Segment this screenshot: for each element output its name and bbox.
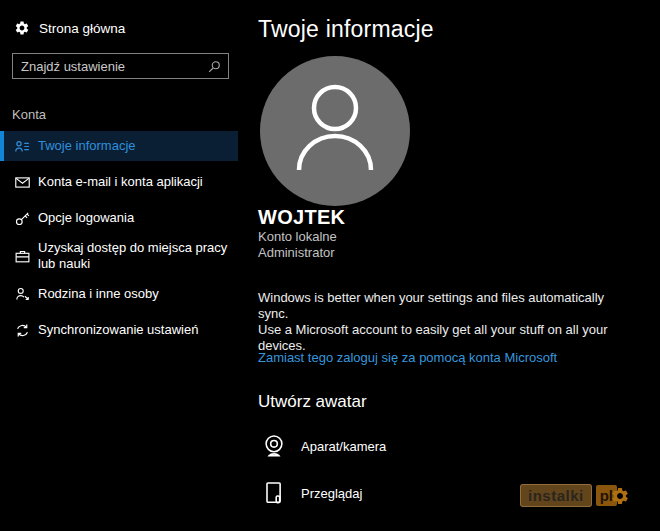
settings-sidebar: Strona główna Konta Twoje informacje [0, 0, 238, 531]
envelope-icon [14, 174, 31, 191]
sidebar-item-opcje-logowania[interactable]: Opcje logowania [0, 203, 238, 233]
sidebar-item-twoje-informacje[interactable]: Twoje informacje [0, 131, 238, 161]
person-add-icon [14, 286, 31, 303]
camera-option[interactable]: Aparat/kamera [260, 432, 386, 460]
search-icon[interactable] [207, 59, 222, 74]
sidebar-item-synchronizowanie[interactable]: Synchronizowanie ustawień [0, 315, 238, 345]
sidebar-item-rodzina[interactable]: Rodzina i inne osoby [0, 279, 238, 309]
account-type: Konto lokalne [258, 229, 337, 244]
search-input[interactable] [13, 59, 207, 74]
browse-file-icon [260, 479, 288, 507]
webcam-icon [260, 432, 288, 460]
user-name: WOJTEK [258, 206, 345, 229]
sign-in-microsoft-link[interactable]: Zamiast tego zaloguj się za pomocą konta… [258, 350, 557, 365]
key-icon [14, 210, 31, 227]
account-role: Administrator [258, 245, 335, 260]
sidebar-item-label: Twoje informacje [38, 138, 136, 154]
main-content: Twoje informacje WOJTEK Konto lokalne Ad… [258, 0, 660, 531]
create-avatar-heading: Utwórz awatar [258, 392, 367, 412]
person-silhouette-icon [260, 56, 410, 206]
user-avatar [260, 56, 410, 206]
sync-description: Windows is better when your settings and… [258, 290, 628, 354]
contact-info-icon [14, 138, 31, 155]
settings-search-box[interactable] [12, 53, 229, 79]
sidebar-section-konta: Konta [12, 107, 46, 122]
watermark-text: instalki [520, 484, 592, 507]
watermark-gear-icon [610, 486, 630, 506]
selected-accent-bar [0, 131, 4, 161]
camera-option-label: Aparat/kamera [301, 439, 386, 454]
briefcase-icon [14, 248, 31, 265]
sidebar-item-label: Rodzina i inne osoby [38, 286, 159, 302]
sidebar-item-label: Uzyskaj dostęp do miejsca pracy lub nauk… [38, 240, 238, 272]
gear-icon [14, 20, 30, 36]
sidebar-home-label: Strona główna [39, 21, 125, 36]
sidebar-item-dostep-praca-nauka[interactable]: Uzyskaj dostęp do miejsca pracy lub nauk… [0, 239, 238, 273]
sidebar-item-label: Konta e-mail i konta aplikacji [38, 174, 203, 190]
sidebar-nav: Twoje informacje Konta e-mail i konta ap… [0, 131, 238, 345]
browse-option-label: Przeglądaj [301, 486, 362, 501]
sidebar-item-home[interactable]: Strona główna [14, 20, 125, 36]
sidebar-item-label: Opcje logowania [38, 210, 134, 226]
sidebar-item-konta-email[interactable]: Konta e-mail i konta aplikacji [0, 167, 238, 197]
page-title: Twoje informacje [258, 16, 434, 43]
sidebar-item-label: Synchronizowanie ustawień [38, 322, 198, 338]
browse-option[interactable]: Przeglądaj [260, 479, 362, 507]
instalki-watermark: instalki pl [520, 484, 630, 507]
sync-icon [14, 322, 31, 339]
